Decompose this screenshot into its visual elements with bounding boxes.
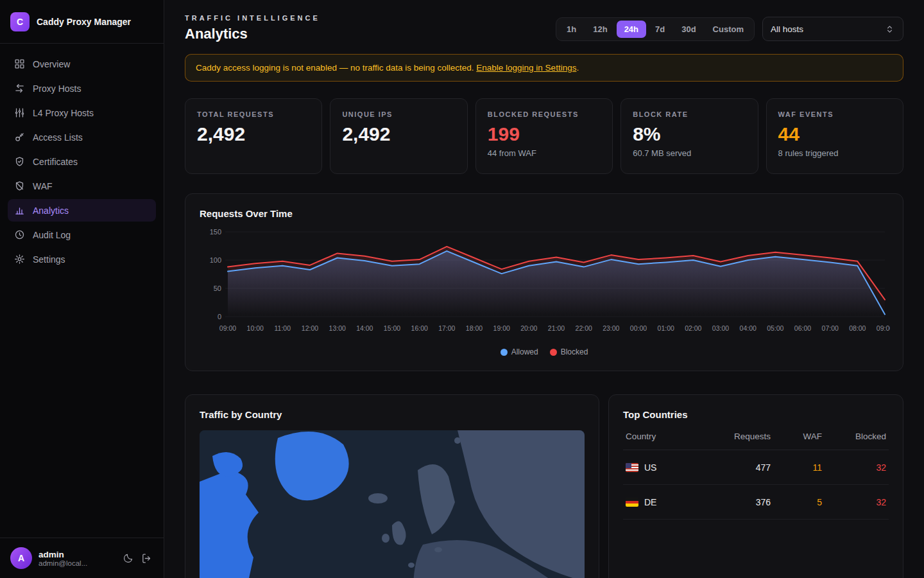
svg-text:04:00: 04:00 [740,324,757,332]
sidebar-nav: OverviewProxy HostsL4 Proxy HostsAccess … [0,44,164,538]
svg-text:05:00: 05:00 [767,324,783,332]
sidebar-item-l4-proxy-hosts[interactable]: L4 Proxy Hosts [8,101,156,124]
chart-legend: AllowedBlocked [200,347,889,356]
sidebar-item-label: Certificates [33,157,78,167]
enable-logging-link[interactable]: Enable logging in Settings [476,63,576,73]
svg-text:15:00: 15:00 [384,324,400,332]
sidebar-item-label: Proxy Hosts [33,83,81,94]
svg-text:16:00: 16:00 [411,324,428,332]
svg-text:02:00: 02:00 [685,324,701,332]
stat-value: 2,492 [342,123,455,145]
world-map-svg [200,430,585,578]
svg-text:11:00: 11:00 [275,324,291,332]
sidebar-item-certificates[interactable]: Certificates [8,150,156,173]
stat-card-total-requests: TOTAL REQUESTS 2,492 [185,98,322,174]
svg-text:23:00: 23:00 [603,324,619,332]
country-row-us: US 477 11 32 [623,450,889,485]
svg-text:22:00: 22:00 [576,324,592,332]
stat-label: BLOCKED REQUESTS [488,110,601,118]
page-heading: TRAFFIC INTELLIGENCE Analytics [185,14,320,42]
sidebar-item-analytics[interactable]: Analytics [8,199,156,222]
sidebar-item-label: WAF [33,181,53,191]
sidebar-item-proxy-hosts[interactable]: Proxy Hosts [8,77,156,100]
svg-text:00:00: 00:00 [630,324,647,332]
page-header: TRAFFIC INTELLIGENCE Analytics 1h12h24h7… [185,0,903,42]
shield-off-icon [14,180,25,191]
time-range-7d[interactable]: 7d [647,21,672,38]
chart-icon [14,205,25,216]
main-content: TRAFFIC INTELLIGENCE Analytics 1h12h24h7… [164,0,924,578]
svg-text:50: 50 [214,285,221,292]
sidebar-item-audit-log[interactable]: Audit Log [8,223,156,246]
time-range-custom[interactable]: Custom [705,21,751,38]
gear-icon [14,254,25,265]
country-cell: US [626,462,706,473]
host-filter-value: All hosts [771,24,803,34]
chevron-up-down-icon [884,24,895,35]
app-brand: C Caddy Proxy Manager [0,0,164,44]
svg-text:13:00: 13:00 [329,324,346,332]
col-country: Country [626,432,706,441]
svg-text:100: 100 [210,256,221,264]
country-cell: DE [626,497,706,507]
time-range-30d[interactable]: 30d [674,21,703,38]
legend-dot-icon [550,349,557,356]
waf-value: 11 [771,462,822,473]
footer-actions [121,552,153,565]
stat-label: UNIQUE IPS [342,110,455,118]
top-countries-card: Top Countries Country Requests WAF Block… [608,394,903,578]
stat-subtext: 44 from WAF [488,148,601,158]
time-range-24h[interactable]: 24h [617,21,646,38]
stat-value: 199 [488,123,601,145]
stats-row: TOTAL REQUESTS 2,492UNIQUE IPS 2,492BLOC… [185,98,903,174]
sidebar-item-label: Analytics [33,206,69,216]
logging-warning-banner: Caddy access logging is not enabled — no… [185,54,903,82]
legend-item-allowed: Allowed [501,347,538,356]
app-title: Caddy Proxy Manager [37,17,131,27]
country-code: US [644,462,656,473]
grid-icon [14,58,25,69]
host-filter-select[interactable]: All hosts [762,17,903,41]
sidebar-item-label: Access Lists [33,132,83,143]
waf-value: 5 [771,497,822,507]
time-range-12h[interactable]: 12h [585,21,615,38]
svg-text:17:00: 17:00 [438,324,455,332]
time-range-1h[interactable]: 1h [559,21,584,38]
sidebar-item-settings[interactable]: Settings [8,248,156,270]
logout-icon[interactable] [140,552,153,565]
stat-card-block-rate: BLOCK RATE 8%60.7 MB served [620,98,758,174]
page-title: Analytics [185,26,320,42]
stat-card-unique-ips: UNIQUE IPS 2,492 [330,98,467,174]
sidebar-item-label: Audit Log [33,230,71,240]
app-logo-icon: C [10,12,30,31]
sidebar-item-label: Overview [33,59,70,69]
user-footer: A admin admin@local... [0,538,164,578]
stat-card-waf-events: WAF EVENTS 448 rules triggered [766,98,903,174]
swap-icon [14,83,25,94]
key-icon [14,132,25,143]
sidebar-item-label: Settings [33,254,65,265]
svg-text:14:00: 14:00 [356,324,373,332]
user-name: admin [38,550,115,559]
requests-value: 477 [706,462,771,473]
banner-suffix: . [576,63,579,73]
header-controls: 1h12h24h7d30dCustom All hosts [556,17,903,41]
theme-toggle-moon-icon[interactable] [121,552,135,565]
app-root: C Caddy Proxy Manager OverviewProxy Host… [0,0,924,578]
world-map [200,430,585,578]
sidebar-item-overview[interactable]: Overview [8,53,156,75]
svg-text:09:00: 09:00 [877,324,890,332]
top-countries-table: Country Requests WAF Blocked US 477 11 3… [623,432,889,520]
sidebar-item-access-lists[interactable]: Access Lists [8,126,156,148]
user-meta: admin admin@local... [38,550,115,567]
stat-label: WAF EVENTS [778,110,891,118]
requests-over-time-card: Requests Over Time 05010015009:0010:0011… [185,193,903,371]
requests-chart-svg: 05010015009:0010:0011:0012:0013:0014:001… [200,228,890,338]
top-countries-title: Top Countries [623,409,889,420]
time-range-group: 1h12h24h7d30dCustom [556,17,755,41]
sidebar-item-waf[interactable]: WAF [8,175,156,197]
stat-value: 8% [633,123,746,145]
sliders-icon [14,107,25,118]
country-row-de: DE 376 5 32 [623,485,889,520]
chart-title: Requests Over Time [200,208,889,219]
